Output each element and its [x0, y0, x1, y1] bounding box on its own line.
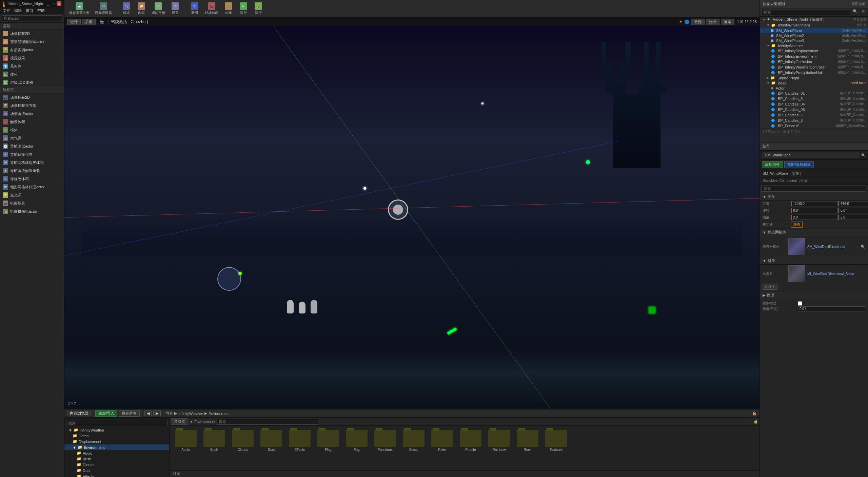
tree-item-demo[interactable]: 📁 Demo — [64, 433, 169, 439]
static-mesh-section-header[interactable]: ▼ 静态网格体 — [760, 229, 868, 236]
menu-file[interactable]: 文件 — [3, 8, 10, 13]
manage-button[interactable]: 🗂 游戏管理器 — [93, 1, 114, 16]
sidebar-item-scene-sys[interactable]: ⚙ 场景系统actor — [0, 110, 64, 118]
sidebar-item-navmod[interactable]: ✏ 导修改体积 — [0, 175, 64, 183]
folder-item-dust[interactable]: Dust — [258, 428, 285, 453]
wo-item-infinity-weather[interactable]: ▼ 📁 InfinityWeather — [760, 43, 868, 48]
sidebar-item-terrain-proxy[interactable]: 🗺 地形网格体代理actor — [0, 183, 64, 191]
viewport-btn-2[interactable]: 后退 — [82, 19, 96, 25]
sidebar-item-visual[interactable]: 🎭 视觉效果 — [0, 54, 64, 62]
tree-item-displacement[interactable]: 📁 Displacement — [64, 439, 169, 444]
tree-item-bush[interactable]: 📁 Bush — [64, 456, 169, 462]
cb-breadcrumb-environment[interactable]: Environment — [209, 412, 230, 416]
folder-item-fog[interactable]: Fog — [343, 428, 370, 453]
rotation-x-input[interactable] — [791, 208, 838, 213]
sidebar-item-lod[interactable]: 🏗 层级LOD体积 — [0, 78, 64, 87]
tree-item-audio[interactable]: 📁 Audio — [64, 450, 169, 456]
tree-item-environment[interactable]: ▼ 📁 Environment — [64, 444, 169, 450]
sidebar-item-cinecam[interactable]: 🎭 电影摄像机actor — [0, 207, 64, 215]
sm-arrow-icon[interactable]: → — [855, 245, 859, 249]
cb-breadcrumb-infinity-weather[interactable]: InfinityWeather — [178, 412, 203, 416]
wo-settings-icon[interactable]: ⚙ — [860, 9, 866, 15]
sm-find-icon[interactable]: 🔍 — [861, 245, 865, 249]
cb-lock-icon-2[interactable]: 🔒 — [753, 419, 758, 424]
wo-item-bp-occlusion[interactable]: 🔷 BP_InfinityOcclusion 编辑BP_Infinity风... — [760, 59, 868, 64]
add-component-button[interactable]: 添加组件 — [762, 161, 783, 168]
wo-item-shrine-night[interactable]: ▶ 📁 Shrine_Night — [760, 75, 868, 80]
sidebar-item-var-manager[interactable]: ⚙ 变量管理器测试actor — [0, 38, 64, 46]
minimize-button[interactable]: _ — [46, 1, 51, 6]
viewport-show-btn[interactable]: 显示 — [721, 19, 734, 25]
play-button[interactable]: ▶ 运行 — [237, 1, 250, 16]
sidebar-item-geometry[interactable]: 💎 几何体 — [0, 62, 64, 70]
wo-item-candles01[interactable]: 🔷 BP_Candles_01 编辑BP_Candle... — [760, 91, 868, 96]
maximize-button[interactable]: □ — [51, 1, 56, 6]
mass-input[interactable] — [798, 306, 865, 311]
wo-item-windplane2[interactable]: ◼ SM_WindPlane2 StaticMeshActor — [760, 33, 868, 38]
folder-item-bush[interactable]: Bush — [201, 428, 228, 453]
viewport-mode-icon[interactable]: 🔵 — [684, 19, 690, 24]
mobility-static-badge[interactable]: 静态 — [791, 222, 803, 228]
blueprint-button[interactable]: 🔷 蓝图 — [188, 1, 201, 16]
cb-save-all-button[interactable]: 保存所有 — [119, 410, 140, 417]
settings-button[interactable]: ⚙ 设置 — [169, 1, 182, 16]
wo-item-candles7[interactable]: 🔷 BP_Candles_7 编辑BP_Candle... — [760, 112, 868, 118]
wo-item-need[interactable]: ▼ 📁 need need Actor — [760, 80, 868, 85]
wo-item-bp-weather-ctrl[interactable]: 🔷 BP_InfinityWeatherController 编辑BP_Infi… — [760, 64, 868, 70]
sm-mesh-name[interactable]: SM_WindDustDirectional — [807, 245, 853, 249]
mat-arrow-icon[interactable]: → — [862, 272, 865, 276]
sidebar-item-volume[interactable]: 📐 体积 — [0, 70, 64, 78]
sidebar-item-navmesh[interactable]: 🗺 导航网格体边界体积 — [0, 158, 64, 167]
viewport-bg[interactable]: X Y Z → — [64, 26, 760, 409]
wo-search-input[interactable] — [762, 9, 850, 15]
wo-item-candles03[interactable]: 🔷 BP_Candles_03 编辑BP_Candle... — [760, 107, 868, 112]
location-y-input[interactable] — [839, 201, 868, 206]
wo-item-actor[interactable]: ◆ Actor — [760, 85, 868, 91]
viewport-perspective-btn[interactable]: 透视 — [691, 19, 705, 25]
sidebar-item-cone[interactable]: ▽ 椎体 — [0, 126, 64, 134]
wo-item-fence16[interactable]: 🔷 BP_Fence16 编辑BP_SplineFen... — [760, 123, 868, 129]
level-anim-button[interactable]: 🎬 过场动画 — [203, 1, 220, 16]
folder-item-audio[interactable]: Audio — [172, 428, 199, 453]
simulate-checkbox[interactable] — [798, 301, 802, 306]
wo-item-bp-displacement[interactable]: 🔷 BP_InfinityDisplacement 编辑BP_Infinity风… — [760, 48, 868, 54]
sidebar-item-cinematic[interactable]: 🎬 电影场景 — [0, 199, 64, 207]
sidebar-item-trigger[interactable]: 🔺 触发体积 — [0, 118, 64, 126]
cb-tree-search-input[interactable] — [66, 420, 167, 426]
mat-name[interactable]: MI_WindDustDirectional_Snow — [807, 272, 860, 276]
physics-section-header[interactable]: ▶ 物理 — [760, 292, 868, 299]
wo-item-candles8[interactable]: 🔷 BP_Candles_8 编辑BP_Candle... — [760, 118, 868, 123]
folder-item-puddle[interactable]: Puddle — [457, 428, 484, 453]
folder-item-flag[interactable]: Flag — [315, 428, 342, 453]
cb-lock-icon[interactable]: 🔒 — [752, 411, 757, 416]
wo-item-candles3[interactable]: 🔷 BP_Candles_3 编辑BP_Candle... — [760, 96, 868, 101]
wo-item-root[interactable]: ▼ 👁 Hidden_Shrine_Night（编辑器） 世界场景 — [760, 17, 868, 22]
actor-name-input[interactable] — [763, 152, 859, 158]
wo-item-bp-precip[interactable]: 🔷 BP_InfinityPrecipitationHail 编辑BP_Infi… — [760, 70, 868, 75]
folder-item-clouds[interactable]: Clouds — [229, 428, 256, 453]
tree-item-dust[interactable]: 📁 Dust — [64, 468, 169, 473]
view-options-btn[interactable]: 视图选项 — [852, 2, 865, 6]
materials-section-header[interactable]: ▼ 材质 — [760, 257, 868, 265]
sidebar-item-navconfig[interactable]: ⚡ 导航系统配置重载 — [0, 167, 64, 175]
sidebar-item-capture2d[interactable]: 📷 场景捕获2D — [0, 93, 64, 101]
folder-item-rainbow[interactable]: Rainbow — [486, 428, 513, 453]
scale-y-input[interactable] — [839, 215, 868, 220]
cb-back-button[interactable]: ◀ — [144, 411, 152, 416]
scale-x-input[interactable] — [791, 215, 838, 220]
save-level-button[interactable]: 💾 保存当前关卡 — [67, 1, 92, 16]
cb-add-import-button[interactable]: 添加/导入 — [95, 410, 117, 417]
tree-item-effects[interactable]: 📁 Effects — [64, 473, 169, 477]
sidebar-item-point-light[interactable]: 💡 点光源 — [0, 191, 64, 199]
tree-item-clouds[interactable]: 📁 Clouds — [64, 462, 169, 468]
cb-forward-button[interactable]: ▶ — [153, 411, 161, 416]
folder-item-textures[interactable]: Textures — [542, 428, 570, 453]
sidebar-item-material[interactable]: 📦 材质实例actor — [0, 46, 64, 54]
blueprint-script-button[interactable]: 蓝图/添加脚本 — [784, 161, 814, 168]
folder-item-effects[interactable]: Effects — [286, 428, 313, 453]
cb-file-search-input[interactable] — [217, 419, 318, 425]
market-button[interactable]: 🛍 虚幻市场 — [150, 1, 167, 16]
close-button[interactable]: × — [57, 1, 61, 6]
sidebar-item-fog[interactable]: ☁ 大气雾 — [0, 134, 64, 142]
sidebar-item-navlink[interactable]: 🔗 导航链接代理 — [0, 150, 64, 158]
